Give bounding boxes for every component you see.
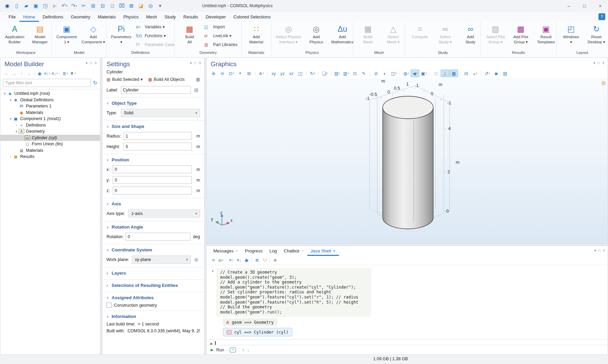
tree-filter-input[interactable] (3, 79, 91, 87)
app-icon[interactable]: ◉ (3, 1, 12, 10)
save-icon[interactable]: ▣ (31, 1, 40, 10)
variables-button[interactable]: a=Variables ▾ (135, 23, 176, 31)
show-output-icon[interactable]: ◉ (243, 257, 250, 263)
section-object-type[interactable]: ∨ Object Type (102, 97, 204, 107)
panel-menu-icon[interactable]: ▾ (594, 61, 595, 65)
functions-button[interactable]: f(x)Functions ▾ (135, 31, 176, 40)
application-builder-button[interactable]: AApplication Builder (3, 23, 27, 50)
fit-window-icon[interactable]: ⊞ (245, 70, 253, 77)
menu-file[interactable]: File (5, 12, 19, 22)
menu-results[interactable]: Results (180, 12, 202, 22)
hide-labels-icon[interactable]: ⊟ (462, 70, 470, 77)
expand-all-icon[interactable]: ≡↑ (228, 257, 235, 263)
panel-menu-icon[interactable]: ▾ (86, 61, 88, 65)
move-down-icon[interactable]: ↓ (26, 70, 32, 77)
work-plane-select[interactable]: xy-plane▾ (132, 256, 191, 264)
pin-panel-icon[interactable]: ↧ (199, 61, 201, 65)
wrap-lines-icon[interactable]: ≣ (254, 257, 260, 263)
panel-menu-icon[interactable]: ▾ (594, 249, 596, 252)
parameter-case-button[interactable]: PiParameter Case (135, 40, 176, 49)
float-panel-icon[interactable]: □ (598, 61, 600, 65)
hide-objects-icon[interactable]: ⊘ (372, 70, 380, 77)
perspective-view-icon[interactable]: ◫ (296, 70, 305, 77)
add-physics-button[interactable]: ◎Add Physics (304, 23, 328, 50)
java-shell-console[interactable]: ∨ // Create a 3D geometrymodel.geom().cr… (207, 265, 608, 345)
position-y-input[interactable] (113, 176, 192, 184)
result-templates-button[interactable]: ▣Result Templates (534, 23, 558, 50)
tab-log[interactable]: Log (266, 246, 280, 256)
windows-button[interactable]: ◰Windows ▾ (559, 23, 583, 50)
color-theme-icon[interactable]: ◒▾ (471, 70, 479, 77)
pin-panel-icon[interactable]: ↧ (602, 61, 605, 65)
graphics-canvas[interactable]: m-1-0.500.511m0-14m20zyx ▤ (207, 78, 608, 244)
tree-expander[interactable]: ∨ (8, 117, 13, 120)
undo-icon[interactable]: ↶▾ (60, 1, 69, 10)
paste-icon[interactable]: ⊟ (98, 1, 107, 10)
menu-geometry[interactable]: Geometry (67, 12, 94, 22)
tree-item-definitions[interactable]: › ≡ Definitions (0, 122, 100, 129)
zoom-extents-icon[interactable]: ⌖ (236, 70, 244, 77)
preview-icon[interactable]: ◎ (146, 1, 155, 10)
unselect-entities-icon[interactable]: ✎ (359, 70, 368, 77)
tab-messages[interactable]: Messages × (210, 246, 241, 256)
select-plot-group-button[interactable]: ▧Select Plot Group ▾ (483, 23, 507, 50)
environment-icon[interactable]: ▣▾ (420, 70, 428, 77)
shell-result-geom[interactable]: A geom ==> Geometry (223, 318, 277, 326)
section-size-and-shape[interactable]: ∨ Size and Shape (102, 120, 204, 131)
run-icon[interactable]: ▶ (211, 348, 213, 352)
close-button[interactable]: × (592, 0, 608, 12)
select-region-icon[interactable]: ⊠ (127, 1, 136, 10)
import-button[interactable]: ◱Import (203, 23, 242, 31)
section-selections-of-resulting-entities[interactable]: › Selections of Resulting Entities (102, 279, 204, 290)
axis-type-select[interactable]: z-axis▾ (128, 209, 200, 218)
collapse-all-icon[interactable]: ≡↓ (236, 257, 242, 263)
tree-item-root[interactable]: ∨ ◈ Untitled.mph (root) (0, 90, 100, 97)
play-icon[interactable]: ▶ (51, 1, 59, 10)
section-axis[interactable]: ∨ Axis (102, 198, 204, 208)
rotation-input[interactable] (126, 233, 190, 241)
tree-item-cylinder[interactable]: ▭ Cylinder (cyl) (0, 135, 100, 141)
close-panel-icon[interactable]: × (603, 249, 605, 252)
scene-objects-icon[interactable]: ❏▾ (321, 70, 329, 77)
panel-menu-icon[interactable]: ▾ (190, 61, 192, 65)
filter-icon[interactable]: ▼▾ (69, 70, 76, 77)
maximize-button[interactable]: □ (577, 0, 592, 12)
select-mesh-button[interactable]: △Select Mesh ▾ (381, 23, 405, 50)
show-icon[interactable]: ◉ (36, 70, 43, 77)
console-icon[interactable]: ≡ (230, 348, 236, 352)
tree-item-geometry[interactable]: ∨ A Geometry (0, 128, 100, 135)
menu-definitions[interactable]: Definitions (39, 12, 67, 22)
tree-item-component-1[interactable]: ∨ ▣ Component 1 (mod1) (0, 116, 100, 122)
part-libraries-button[interactable]: ▥Part Libraries (203, 40, 242, 49)
add-material-button[interactable]: ∷Add Material (244, 23, 268, 50)
player-icon[interactable]: ▥▾ (342, 70, 350, 77)
redo-icon[interactable]: ↷▾ (70, 1, 79, 10)
print-icon[interactable]: ▤ (501, 70, 509, 77)
view-orientation-icon[interactable]: ⋔▾ (257, 70, 266, 77)
tree-expander[interactable]: ∨ (14, 130, 19, 133)
transparency-icon[interactable]: ◐ (381, 70, 389, 77)
tab-chatbot[interactable]: Chatbot × (280, 246, 307, 256)
rotate-view-icon[interactable]: ↻▾ (308, 70, 317, 77)
grid-icon[interactable]: ▦ (450, 70, 458, 77)
scene-light-icon[interactable]: ◍▾ (402, 70, 410, 77)
model-manager-button[interactable]: ▤Model Manager (28, 23, 52, 50)
plot-group-icon[interactable]: ▤▾ (333, 70, 341, 77)
section-rotation-angle[interactable]: ∨ Rotation Angle (102, 221, 204, 231)
section-layers[interactable]: › Layers (102, 267, 204, 277)
build-mesh-button[interactable]: ▦Build Mesh (356, 23, 380, 50)
tree-item-materials-global[interactable]: ◉ Materials (0, 110, 100, 116)
collapse-block-icon[interactable]: ∨ (209, 268, 216, 317)
shell-result-cylinder[interactable]: ▭ cyl ==> Cylinder (cyl) (223, 328, 292, 336)
tab-java-shell[interactable]: Java Shell × (307, 246, 339, 256)
add-plot-group-button[interactable]: ▩Add Plot Group ▾ (509, 23, 533, 50)
float-panel-icon[interactable]: □ (90, 61, 92, 65)
build-all-objects-button[interactable]: ▦Build All Objects (148, 77, 185, 82)
add-study-button[interactable]: ∞Add Study (458, 23, 482, 50)
zoom-in-icon[interactable]: ⊕ (209, 70, 218, 77)
parameters-button[interactable]: PiParameters ▾ (109, 23, 133, 50)
position-x-input[interactable] (113, 165, 192, 173)
expand-all-icon[interactable]: ≡↑▾ (44, 70, 51, 77)
open-icon[interactable]: ▰ (22, 1, 31, 10)
float-panel-icon[interactable]: □ (194, 61, 196, 65)
